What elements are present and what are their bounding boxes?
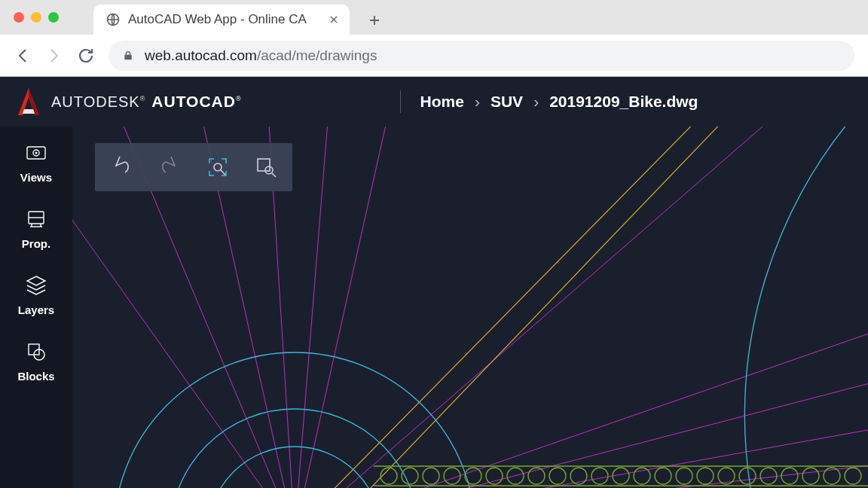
redo-button[interactable] xyxy=(152,150,187,185)
new-tab-button[interactable] xyxy=(363,9,386,32)
app: AUTODESK® AUTOCAD® Home › SUV › 20191209… xyxy=(0,77,868,488)
svg-point-41 xyxy=(591,468,608,484)
app-body: Views Prop. Layers Blocks xyxy=(0,127,868,488)
svg-line-17 xyxy=(295,322,868,488)
layers-icon xyxy=(23,273,49,298)
svg-point-45 xyxy=(676,468,692,484)
close-tab-icon[interactable] xyxy=(329,14,339,25)
sidebar-item-blocks[interactable]: Blocks xyxy=(17,339,54,383)
svg-point-57 xyxy=(265,166,273,174)
zoom-extents-button[interactable] xyxy=(200,150,235,185)
tab-title: AutoCAD Web App - Online CA xyxy=(128,12,307,27)
svg-point-48 xyxy=(739,468,756,484)
svg-line-18 xyxy=(295,375,868,488)
svg-point-46 xyxy=(697,468,714,484)
sidebar-item-label: Prop. xyxy=(22,237,50,250)
zoom-window-button[interactable] xyxy=(249,150,283,185)
svg-point-3 xyxy=(35,152,37,154)
quick-toolbar xyxy=(95,143,292,191)
svg-point-43 xyxy=(634,468,650,484)
svg-point-54 xyxy=(214,163,222,171)
svg-point-34 xyxy=(444,468,460,484)
breadcrumb: Home › SUV › 20191209_Bike.dwg xyxy=(420,93,698,111)
browser-chrome: AutoCAD Web App - Online CA web.autocad.… xyxy=(0,0,868,77)
svg-line-55 xyxy=(221,170,225,175)
minimize-window-button[interactable] xyxy=(31,12,41,23)
close-window-button[interactable] xyxy=(14,12,24,23)
svg-rect-56 xyxy=(258,159,270,171)
address-bar[interactable]: web.autocad.com/acad/me/drawings xyxy=(108,41,854,71)
sidebar-item-properties[interactable]: Prop. xyxy=(22,206,50,250)
svg-point-50 xyxy=(781,468,798,484)
svg-line-23 xyxy=(261,127,720,488)
svg-point-47 xyxy=(718,468,735,484)
nav-row: web.autocad.com/acad/me/drawings xyxy=(0,35,868,77)
sidebar-item-views[interactable]: Views xyxy=(20,140,52,184)
svg-point-26 xyxy=(114,352,475,488)
blocks-icon xyxy=(23,339,49,364)
maximize-window-button[interactable] xyxy=(48,12,59,23)
svg-point-53 xyxy=(845,468,861,484)
svg-line-16 xyxy=(295,127,389,488)
reload-button[interactable] xyxy=(77,47,95,65)
header-divider xyxy=(400,90,401,113)
breadcrumb-folder[interactable]: SUV xyxy=(491,93,523,111)
breadcrumb-home[interactable]: Home xyxy=(420,93,464,111)
svg-point-42 xyxy=(613,468,629,484)
back-button[interactable] xyxy=(14,47,32,65)
tab-row: AutoCAD Web App - Online CA xyxy=(0,0,868,35)
svg-line-24 xyxy=(298,127,747,488)
svg-point-44 xyxy=(655,468,671,484)
chevron-right-icon: › xyxy=(475,93,480,111)
svg-point-35 xyxy=(465,468,481,484)
sidebar-item-layers[interactable]: Layers xyxy=(18,273,54,316)
svg-point-51 xyxy=(802,468,819,484)
svg-line-58 xyxy=(272,173,276,177)
undo-button[interactable] xyxy=(104,150,139,185)
brand-text: AUTODESK® AUTOCAD® xyxy=(51,93,242,111)
svg-point-39 xyxy=(549,468,566,484)
sidebar-item-label: Blocks xyxy=(17,370,54,383)
svg-point-32 xyxy=(402,468,418,484)
properties-icon xyxy=(23,206,49,232)
autocad-logo-icon xyxy=(17,87,41,117)
logo[interactable]: AUTODESK® AUTOCAD® xyxy=(17,87,242,117)
url-text: web.autocad.com/acad/me/drawings xyxy=(145,47,377,64)
lock-icon xyxy=(122,50,134,62)
sidebar: Views Prop. Layers Blocks xyxy=(0,127,72,488)
browser-tab[interactable]: AutoCAD Web App - Online CA xyxy=(93,5,350,35)
svg-point-33 xyxy=(423,468,439,484)
sidebar-item-label: Views xyxy=(20,171,52,184)
sidebar-item-label: Layers xyxy=(18,303,54,316)
breadcrumb-file[interactable]: 20191209_Bike.dwg xyxy=(549,93,698,111)
chevron-right-icon: › xyxy=(533,93,539,111)
svg-point-36 xyxy=(486,468,503,484)
svg-line-11 xyxy=(72,157,295,488)
window-controls xyxy=(14,12,59,23)
svg-point-49 xyxy=(760,468,777,484)
drawing-canvas[interactable] xyxy=(72,127,868,488)
app-header: AUTODESK® AUTOCAD® Home › SUV › 20191209… xyxy=(0,77,868,127)
svg-line-15 xyxy=(295,127,329,488)
eye-icon xyxy=(23,140,49,166)
svg-point-31 xyxy=(381,468,397,484)
globe-icon xyxy=(105,12,121,27)
forward-button[interactable] xyxy=(45,47,63,65)
